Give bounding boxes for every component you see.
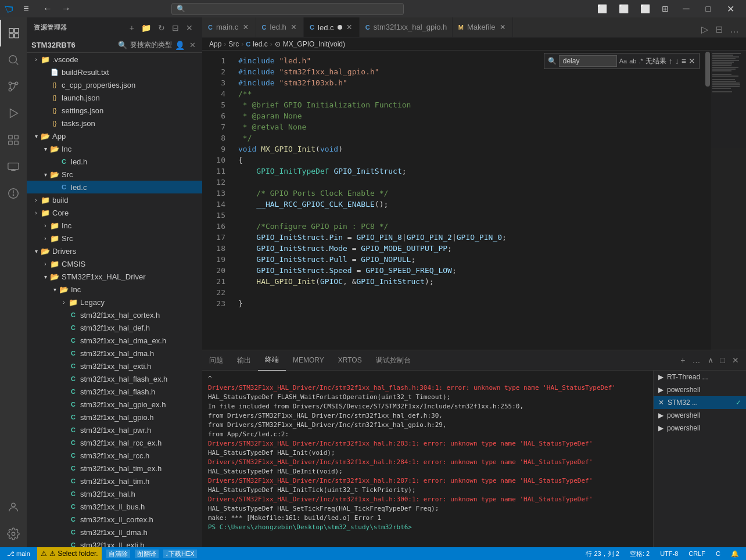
activity-account[interactable]: [0, 494, 27, 520]
tree-item-App[interactable]: ▾📂App: [27, 130, 202, 142]
tab-close-led-h[interactable]: ×: [290, 22, 297, 33]
tree-item-stm32f1xx-ll-dma-h[interactable]: Cstm32f1xx_ll_dma.h: [27, 526, 202, 539]
new-file-btn[interactable]: +: [127, 22, 137, 34]
tree-item-stm32f1xx-hal-gpio-ex-h[interactable]: Cstm32f1xx_hal_gpio_ex.h: [27, 398, 202, 411]
tree-item-Src[interactable]: ›📁Src: [27, 232, 202, 245]
terminal-output[interactable]: ^Drivers/STM32F1xx_HAL_Driver/Inc/stm32f…: [202, 371, 653, 547]
run-btn[interactable]: ▷: [699, 21, 711, 37]
status-download-btn[interactable]: ↓下载HEX: [163, 550, 197, 558]
terminal-item-powershell1[interactable]: ▶ powershell: [654, 383, 746, 396]
activity-explorer[interactable]: [0, 20, 27, 46]
new-folder-btn[interactable]: 📁: [139, 22, 153, 34]
code-line-14[interactable]: __HAL_RCC_GPIOC_CLK_ENABLE();: [231, 199, 704, 210]
nav-forward-btn[interactable]: →: [58, 2, 74, 15]
terminal-max-btn[interactable]: □: [718, 353, 727, 367]
code-line-3[interactable]: #include "stm32f103xb.h": [231, 77, 704, 88]
tree-item-buildResult-txt[interactable]: 📄buildResult.txt: [27, 66, 202, 78]
tab-close-main-c[interactable]: ×: [242, 22, 249, 33]
status-notifications[interactable]: 🔔: [729, 550, 741, 558]
tree-item-stm32f1xx-hal-exti-h[interactable]: Cstm32f1xx_hal_exti.h: [27, 360, 202, 372]
code-line-4[interactable]: /**: [231, 88, 704, 99]
find-word-btn[interactable]: ab: [629, 58, 636, 64]
tree-item-launch-json[interactable]: {}launch.json: [27, 91, 202, 104]
close-filter-btn[interactable]: ✕: [188, 40, 198, 51]
activity-remote[interactable]: [0, 153, 27, 180]
code-line-21[interactable]: HAL_GPIO_Init(GPIOC, &GPIO_InitStruct);: [231, 276, 704, 287]
menu-btn[interactable]: ≡: [17, 2, 35, 16]
tree-item-led-h[interactable]: Cled.h: [27, 155, 202, 168]
nav-back-btn[interactable]: ←: [40, 2, 56, 15]
close-sidebar-btn[interactable]: ✕: [184, 22, 195, 34]
terminal-tab-memory[interactable]: MEMORY: [286, 350, 331, 371]
code-line-13[interactable]: /* GPIO Ports Clock Enable */: [231, 188, 704, 199]
layout-btn-2[interactable]: ⬜: [614, 1, 633, 17]
tree-item-Legacy[interactable]: ›📁Legacy: [27, 296, 202, 308]
tree-item-Src[interactable]: ▾📂Src: [27, 168, 202, 181]
activity-source-control[interactable]: [0, 73, 27, 100]
terminal-item-stm32[interactable]: ✕ STM32 ... ✓: [654, 396, 746, 409]
win-max-btn[interactable]: □: [699, 1, 718, 17]
breadcrumb-symbol[interactable]: MX_GPIO_Init(void): [283, 40, 345, 48]
tab-close-makefile[interactable]: ×: [498, 22, 506, 33]
terminal-tab-output[interactable]: 输出: [230, 350, 258, 371]
code-line-7[interactable]: * @retval None: [231, 121, 704, 132]
add-terminal-btn[interactable]: +: [678, 353, 687, 367]
tree-item-stm32f1xx-hal-rcc-h[interactable]: Cstm32f1xx_hal_rcc.h: [27, 449, 202, 462]
code-content[interactable]: #include "led.h"#include "stm32f1xx_hal_…: [231, 51, 704, 350]
status-line-ending[interactable]: CRLF: [686, 550, 708, 557]
find-input[interactable]: [559, 55, 617, 67]
tree-item-stm32f1xx-hal-dma-ex-h[interactable]: Cstm32f1xx_hal_dma_ex.h: [27, 334, 202, 347]
status-language[interactable]: C: [713, 550, 723, 557]
tree-item--vscode[interactable]: ›📁.vscode: [27, 53, 202, 66]
activity-run-debug[interactable]: [0, 100, 27, 127]
activity-cmake[interactable]: [0, 180, 27, 207]
tree-item-Drivers[interactable]: ▾📂Drivers: [27, 245, 202, 257]
code-line-19[interactable]: GPIO_InitStruct.Pull = GPIO_NOPULL;: [231, 254, 704, 265]
layout-btn-3[interactable]: ⬜: [636, 1, 655, 17]
code-line-11[interactable]: GPIO_InitTypeDef GPIO_InitStruct;: [231, 166, 704, 177]
tree-item-Inc[interactable]: ›📁Inc: [27, 219, 202, 232]
find-prev-btn[interactable]: ↑: [669, 56, 673, 66]
find-case-btn[interactable]: Aa: [619, 58, 627, 64]
code-line-23[interactable]: }: [231, 298, 704, 309]
win-close-btn[interactable]: ✕: [720, 1, 741, 17]
activity-settings[interactable]: [0, 520, 27, 547]
breadcrumb-src[interactable]: Src: [228, 40, 239, 48]
tree-item-settings-json[interactable]: {}settings.json: [27, 104, 202, 117]
terminal-item-powershell2[interactable]: ▶ powershell: [654, 409, 746, 422]
status-warn-errors[interactable]: ⚠ ⚠ Select folder.: [37, 547, 102, 560]
code-line-16[interactable]: /*Configure GPIO pin : PC8 */: [231, 221, 704, 232]
terminal-tab-terminal[interactable]: 终端: [258, 350, 286, 371]
tree-item-c-cpp-properties-json[interactable]: {}c_cpp_properties.json: [27, 78, 202, 91]
layout-btn-1[interactable]: ⬜: [593, 1, 612, 17]
refresh-btn[interactable]: ↻: [156, 22, 167, 34]
global-search-input[interactable]: stm32rbt6: [189, 5, 399, 13]
code-line-9[interactable]: void MX_GPIO_Init(void): [231, 143, 704, 155]
activity-search[interactable]: [0, 46, 27, 73]
code-line-6[interactable]: * @param None: [231, 110, 704, 121]
global-search-bar[interactable]: 🔍 stm32rbt6: [171, 3, 404, 15]
tree-item-build[interactable]: ›📁build: [27, 193, 202, 206]
tree-item-Inc[interactable]: ▾📂Inc: [27, 142, 202, 155]
tree-item-stm32f1xx-ll-bus-h[interactable]: Cstm32f1xx_ll_bus.h: [27, 500, 202, 513]
tree-item-stm32f1xx-hal-rcc-ex-h[interactable]: Cstm32f1xx_hal_rcc_ex.h: [27, 436, 202, 449]
tree-item-stm32f1xx-hal-flash-h[interactable]: Cstm32f1xx_hal_flash.h: [27, 385, 202, 398]
tree-item-STM32F1xx-HAL-Driver[interactable]: ▾📂STM32F1xx_HAL_Driver: [27, 270, 202, 283]
breadcrumb-file[interactable]: led.c: [253, 40, 267, 48]
avatar-btn[interactable]: 👤: [173, 40, 186, 51]
status-encoding[interactable]: UTF-8: [658, 550, 680, 557]
terminal-item-powershell3[interactable]: ▶ powershell: [654, 422, 746, 435]
tree-item-stm32f1xx-hal-cortex-h[interactable]: Cstm32f1xx_hal_cortex.h: [27, 308, 202, 321]
code-line-18[interactable]: GPIO_InitStruct.Mode = GPIO_MODE_OUTPUT_…: [231, 243, 704, 254]
tree-item-stm32f1xx-hal-dma-h[interactable]: Cstm32f1xx_hal_dma.h: [27, 347, 202, 360]
tree-item-stm32f1xx-hal-h[interactable]: Cstm32f1xx_hal.h: [27, 487, 202, 500]
code-line-8[interactable]: */: [231, 132, 704, 143]
filter-type-btn[interactable]: 🔍: [116, 40, 129, 51]
status-spaces[interactable]: 空格: 2: [627, 550, 652, 558]
split-editor-btn[interactable]: ⊟: [713, 21, 725, 37]
tree-item-stm32f1xx-ll-exti-h[interactable]: Cstm32f1xx_ll_exti.h: [27, 539, 202, 547]
find-next-btn[interactable]: ↓: [675, 56, 679, 66]
tree-item-stm32f1xx-hal-flash-ex-h[interactable]: Cstm32f1xx_hal_flash_ex.h: [27, 372, 202, 385]
win-min-btn[interactable]: ─: [676, 1, 696, 17]
activity-extensions[interactable]: [0, 127, 27, 153]
